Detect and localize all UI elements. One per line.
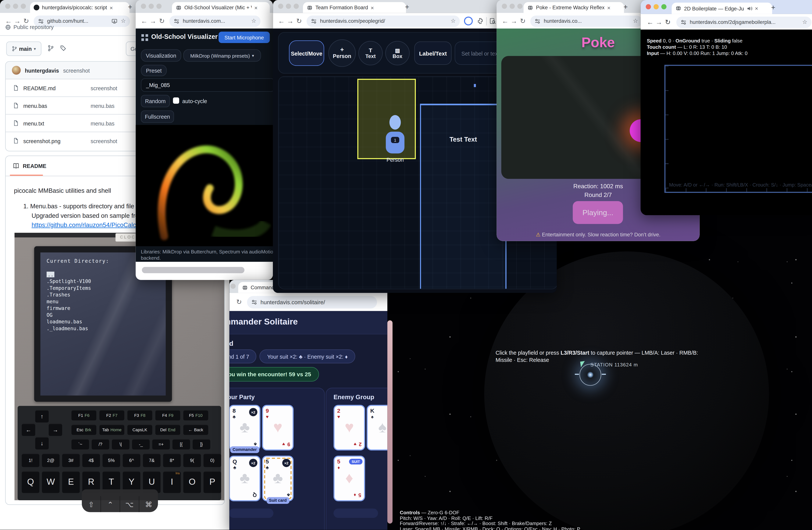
traffic-lights[interactable] [5, 4, 26, 9]
start-microphone-button[interactable]: Start Microphone [219, 32, 270, 43]
zone-box-blue[interactable] [420, 104, 507, 289]
back-icon[interactable]: ← [140, 17, 148, 25]
auto-cycle-checkbox[interactable] [173, 97, 179, 104]
install-icon[interactable] [111, 18, 118, 24]
extension-icon[interactable] [477, 18, 484, 25]
forward-icon[interactable]: → [149, 17, 157, 25]
traffic-lights[interactable] [646, 4, 666, 9]
minimize-window-icon[interactable] [149, 4, 154, 9]
close-tab-icon[interactable]: × [371, 4, 374, 11]
bookmark-star-icon[interactable]: ☆ [451, 18, 456, 25]
close-window-icon[interactable] [278, 4, 283, 9]
label-text-button[interactable]: Label/Text [414, 42, 452, 65]
traffic-lights[interactable] [502, 4, 522, 9]
tab-visualizer[interactable]: Old-School Visualizer (Mic + W × [172, 2, 270, 13]
visualization-dropdown[interactable]: MilkDrop (Winamp presets)▾ [183, 49, 261, 62]
site-settings-icon[interactable] [251, 299, 257, 305]
new-tab-button[interactable]: + [128, 3, 132, 11]
forward-icon[interactable]: → [286, 17, 295, 25]
minimize-window-icon[interactable] [510, 4, 515, 9]
file-name[interactable]: README.md [23, 85, 91, 91]
fullscreen-button[interactable]: Fullscreen [141, 110, 174, 123]
address-bar[interactable]: hunterdavis.co... ☆ [530, 15, 642, 27]
address-bar[interactable]: hunterdavis.com... ☆ [169, 15, 260, 27]
address-bar[interactable]: hunterdavis.com/solitaire/ [247, 296, 377, 308]
address-bar[interactable]: hunterdavis.com/2djsgameboilerpla... ☆ [677, 16, 812, 28]
visualizer-canvas[interactable] [135, 125, 273, 246]
card-q-clubs[interactable]: Q♣ ×2 ♣ Q [229, 456, 260, 501]
person-token[interactable]: 1 Person [377, 115, 413, 162]
card-8-clubs[interactable]: 8♣ ×2 ♣ ♣ Commander [229, 405, 260, 450]
address-bar[interactable]: hunterdavis.com/peoplegrid/ ☆ [307, 15, 460, 27]
minimize-window-icon[interactable] [653, 4, 658, 9]
close-tab-icon[interactable]: × [254, 4, 258, 11]
preset-input[interactable]: _Mig_085 [141, 78, 273, 92]
file-commit-msg[interactable]: menu.bas [91, 102, 115, 109]
new-tab-button[interactable]: + [771, 3, 775, 11]
bookmark-star-icon[interactable]: ☆ [121, 18, 126, 25]
close-tab-icon[interactable]: × [755, 5, 758, 11]
file-commit-msg[interactable]: screenshot [91, 85, 117, 91]
card-2-hearts[interactable]: 2♥ ♥ 2 ♥ [333, 405, 365, 450]
branch-selector[interactable]: main ▾ [6, 42, 42, 56]
find-in-page-icon[interactable] [489, 18, 496, 25]
back-icon[interactable]: ← [646, 18, 654, 26]
readme-tab-label[interactable]: README [23, 163, 46, 169]
card-9-hearts[interactable]: 9♥ ♥ 9 ♥ [262, 405, 294, 450]
readme-link[interactable]: https://github.com/rlauzon54/PicoCalcB [32, 221, 140, 228]
game-viewport-border[interactable] [665, 65, 812, 193]
tab-boilerplate[interactable]: 2D Boilerplate — Edge-Ju × [672, 3, 772, 14]
branches-icon[interactable] [48, 45, 54, 51]
reload-icon[interactable]: ↻ [157, 17, 166, 25]
zoom-window-icon[interactable] [20, 4, 26, 9]
add-box-button[interactable]: ▨ Box [386, 41, 410, 66]
forward-icon[interactable]: → [510, 17, 518, 25]
card-5-diamonds[interactable]: 5♦ SUIT ♦ 5 ♦ [333, 456, 365, 501]
random-button[interactable]: Random [141, 95, 170, 107]
traffic-lights[interactable] [230, 283, 235, 289]
back-icon[interactable]: ← [501, 17, 509, 25]
site-settings-icon[interactable] [38, 18, 44, 24]
add-text-button[interactable]: T Text [358, 41, 383, 66]
reload-icon[interactable]: ↻ [518, 17, 527, 25]
tab-github[interactable]: huntergdavis/picocalc: script × [30, 2, 130, 13]
file-commit-msg[interactable]: menu.bas [91, 120, 115, 126]
tab-team-board[interactable]: Team Formation Board × [303, 2, 406, 13]
reload-icon[interactable]: ↻ [235, 298, 243, 306]
bookmark-star-icon[interactable]: ☆ [633, 18, 638, 25]
select-move-button[interactable]: Select/Move [289, 40, 324, 66]
close-window-icon[interactable] [141, 4, 146, 9]
zoom-window-icon[interactable] [156, 4, 161, 9]
new-tab-button[interactable]: + [624, 3, 628, 11]
tags-icon[interactable] [60, 45, 66, 51]
close-window-icon[interactable] [5, 4, 10, 9]
file-name[interactable]: screenshot.png [23, 138, 91, 144]
reload-icon[interactable]: ↻ [663, 18, 672, 26]
box-text-label[interactable]: Test Text [450, 136, 477, 143]
minimize-window-icon[interactable] [286, 4, 291, 9]
close-tab-icon[interactable]: × [110, 4, 113, 11]
site-settings-icon[interactable] [680, 19, 687, 25]
traffic-lights[interactable] [278, 4, 299, 9]
avatar[interactable] [12, 66, 20, 74]
traffic-lights[interactable] [141, 4, 161, 9]
audio-playing-icon[interactable] [746, 5, 752, 11]
file-commit-msg[interactable]: screenshot [91, 138, 117, 144]
playing-button[interactable]: Playing... [573, 201, 623, 224]
close-window-icon[interactable] [646, 4, 651, 9]
bookmark-star-icon[interactable]: ☆ [802, 18, 807, 25]
close-tab-icon[interactable]: × [607, 4, 610, 11]
site-settings-icon[interactable] [173, 18, 180, 24]
site-settings-icon[interactable] [534, 18, 541, 24]
zoom-window-icon[interactable] [661, 4, 666, 9]
tab-poke[interactable]: Poke - Extreme Wacky Reflex × [524, 2, 624, 13]
new-tab-button[interactable]: + [405, 3, 409, 11]
reload-icon[interactable]: ↻ [295, 17, 303, 25]
boilerplate-page[interactable]: Speed 0, 0 · OnGround true · Sliding fal… [641, 30, 812, 215]
card-5-clubs-suit[interactable]: 5♣ ×2 ♣ ♣ Suit card [262, 456, 294, 501]
add-person-button[interactable]: + Person [328, 39, 356, 67]
zoom-window-icon[interactable] [294, 4, 299, 9]
minimize-window-icon[interactable] [13, 4, 18, 9]
close-window-icon[interactable] [230, 283, 235, 289]
commit-author[interactable]: huntergdavis [25, 67, 59, 73]
